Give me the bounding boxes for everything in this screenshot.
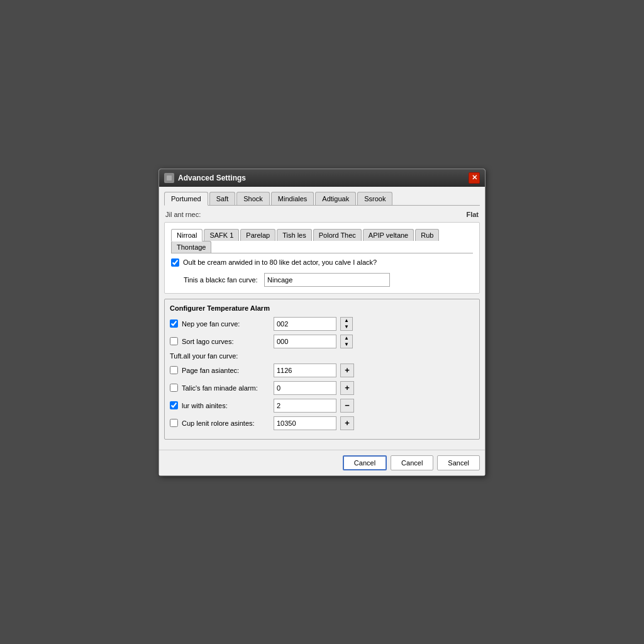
btn-label-3: Cup lenit rolore asintes: bbox=[182, 419, 270, 427]
main-tab-5[interactable]: Ssrook bbox=[357, 192, 392, 205]
btn-input-1[interactable] bbox=[274, 381, 336, 395]
spin-label-0: Nep yoe fan curve: bbox=[182, 320, 270, 328]
field1-row: Tinis a blackc fan curve: bbox=[171, 273, 473, 287]
bottom-bar: Cancel Cancel Sancel bbox=[159, 450, 485, 475]
spin-row-1: Sort lago curves: ▲ ▼ bbox=[170, 335, 474, 348]
configure-group-title: Configurer Temperature Alarm bbox=[170, 304, 474, 312]
spin-row-0: Nep yoe fan curve: ▲ ▼ bbox=[170, 317, 474, 331]
btn-checkbox-1[interactable] bbox=[170, 384, 178, 392]
header-row: Jil ant rnec: Flat bbox=[164, 211, 480, 218]
btn-checkbox-2[interactable] bbox=[170, 401, 178, 409]
btn-checkbox-3[interactable] bbox=[170, 419, 178, 427]
btn-plus-3[interactable]: + bbox=[340, 416, 354, 430]
inner-tab-2[interactable]: Parelap bbox=[240, 229, 275, 241]
inner-tab-5[interactable]: APIP veltane bbox=[363, 229, 414, 241]
main-tab-2[interactable]: Shock bbox=[236, 192, 270, 205]
btn-label-1: Talic's fan minade alarm: bbox=[182, 384, 270, 392]
inner-tab-7[interactable]: Thontage bbox=[171, 241, 211, 253]
checkbox1-input[interactable] bbox=[171, 258, 179, 267]
button-0[interactable]: Cancel bbox=[343, 455, 387, 470]
button-1[interactable]: Cancel bbox=[391, 455, 433, 470]
field1-label: Tinis a blackc fan curve: bbox=[184, 276, 259, 284]
main-tabs: Portumed Saft Shock Mindiales Adtiguak S… bbox=[164, 192, 480, 206]
main-tab-1[interactable]: Saft bbox=[209, 192, 236, 205]
section-subtitle: Tuft.all your fan curve: bbox=[170, 352, 474, 360]
btn-input-0[interactable] bbox=[274, 364, 336, 377]
checkbox1-label: Oult be cream arwided in to 80 like det … bbox=[183, 258, 377, 266]
svg-rect-0 bbox=[167, 175, 172, 180]
inner-tab-0[interactable]: Nirroal bbox=[171, 229, 203, 242]
inner-tab-4[interactable]: Polord Thec bbox=[313, 229, 362, 241]
header-left-label: Jil ant rnec: bbox=[165, 211, 201, 218]
spin-label-1: Sort lago curves: bbox=[182, 338, 270, 345]
btn-input-3[interactable] bbox=[274, 416, 336, 430]
field1-input[interactable] bbox=[264, 273, 390, 287]
main-tab-4[interactable]: Adtiguak bbox=[315, 192, 356, 205]
inner-section-box: Nirroal SAFK 1 Parelap Tish les Polord T… bbox=[164, 222, 480, 294]
spin-input-1[interactable] bbox=[274, 335, 336, 348]
main-tab-3[interactable]: Mindiales bbox=[271, 192, 314, 205]
spin-btn-group-1: ▲ ▼ bbox=[340, 335, 353, 348]
btn-row-1: Talic's fan minade alarm: + bbox=[170, 381, 474, 395]
btn-plus-0[interactable]: + bbox=[340, 364, 354, 377]
spin-up-1[interactable]: ▲ bbox=[341, 335, 352, 341]
inner-tab-1[interactable]: SAFK 1 bbox=[204, 229, 239, 241]
spin-down-1[interactable]: ▼ bbox=[341, 341, 352, 348]
btn-row-2: lur with ainites: − bbox=[170, 399, 474, 413]
spin-btn-group-0: ▲ ▼ bbox=[340, 317, 353, 331]
title-bar-left: Advanced Settings bbox=[164, 173, 246, 183]
btn-row-3: Cup lenit rolore asintes: + bbox=[170, 416, 474, 430]
spin-down-0[interactable]: ▼ bbox=[341, 324, 352, 330]
close-button[interactable]: ✕ bbox=[469, 172, 480, 184]
spin-up-0[interactable]: ▲ bbox=[341, 318, 352, 324]
checkbox1-row: Oult be cream arwided in to 80 like det … bbox=[171, 258, 473, 267]
inner-tab-6[interactable]: Rub bbox=[415, 229, 439, 241]
header-right-label: Flat bbox=[466, 211, 479, 218]
button-2[interactable]: Sancel bbox=[437, 455, 480, 470]
btn-checkbox-0[interactable] bbox=[170, 366, 178, 374]
main-window: Advanced Settings ✕ Portumed Saft Shock … bbox=[158, 169, 486, 476]
spin-input-0[interactable] bbox=[274, 317, 336, 331]
window-body: Portumed Saft Shock Mindiales Adtiguak S… bbox=[159, 187, 485, 450]
main-tab-0[interactable]: Portumed bbox=[164, 192, 208, 206]
btn-minus-2[interactable]: − bbox=[340, 399, 354, 413]
window-icon bbox=[164, 173, 174, 183]
inner-tab-3[interactable]: Tish les bbox=[277, 229, 312, 241]
window-title: Advanced Settings bbox=[178, 174, 246, 182]
btn-label-0: Page fan asiantec: bbox=[182, 367, 270, 374]
btn-input-2[interactable] bbox=[274, 399, 336, 413]
btn-row-0: Page fan asiantec: + bbox=[170, 364, 474, 377]
btn-plus-1[interactable]: + bbox=[340, 381, 354, 395]
spin-checkbox-1[interactable] bbox=[170, 337, 178, 345]
configure-group: Configurer Temperature Alarm Nep yoe fan… bbox=[164, 299, 480, 440]
title-bar: Advanced Settings ✕ bbox=[159, 169, 485, 187]
spin-checkbox-0[interactable] bbox=[170, 319, 178, 328]
inner-tabs: Nirroal SAFK 1 Parelap Tish les Polord T… bbox=[171, 229, 473, 253]
btn-label-2: lur with ainites: bbox=[182, 402, 270, 409]
